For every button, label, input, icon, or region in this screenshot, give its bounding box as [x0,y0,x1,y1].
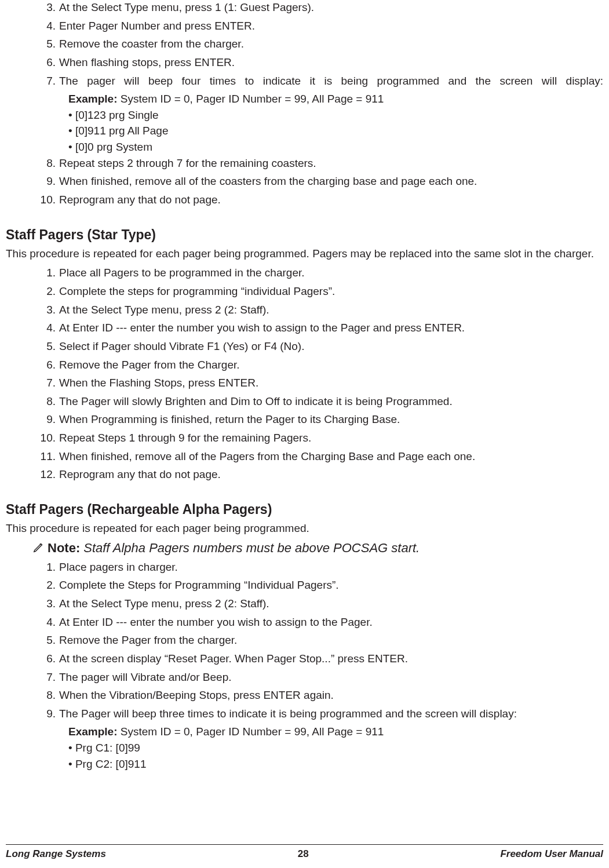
bullet-item: • [0]123 prg Single [68,108,603,123]
step-text: Repeat Steps 1 through 9 for the remaini… [59,431,603,446]
list-item: 9. The Pager will beep three times to in… [6,706,603,721]
step-text: Repeat steps 2 through 7 for the remaini… [59,156,603,171]
footer-page-number: 28 [298,848,309,860]
list-item: 7.When the Flashing Stops, press ENTER. [6,375,603,391]
example-line: Example: System ID = 0, Pager ID Number … [68,724,603,739]
bullet-item: • Prg C2: [0]911 [68,757,603,772]
step-text: Reprogram any that do not page. [59,467,603,482]
step-number: 4. [6,320,59,335]
list-item: 11.When finished, remove all of the Page… [6,449,603,464]
star-pagers-steps: 1.Place all Pagers to be programmed in t… [6,265,603,482]
pencil-icon [32,541,48,556]
section-intro: This procedure is repeated for each page… [6,521,603,536]
note-block: Note: Staff Alpha Pagers numbers must be… [32,541,603,556]
example-text: System ID = 0, Pager ID Number = 99, All… [117,725,384,738]
bullet-item: • [0]0 prg System [68,140,603,155]
step-text: Place all Pagers to be programmed in the… [59,265,603,280]
step-number: 5. [6,37,59,52]
alpha-pagers-steps: 1.Place pagers in charger. 2.Complete th… [6,560,603,772]
list-item: 3.At the Select Type menu, press 2 (2: S… [6,596,603,611]
step-number: 11. [6,449,59,464]
section-heading-star: Staff Pagers (Star Type) [6,227,603,243]
list-item: 10.Repeat Steps 1 through 9 for the rema… [6,431,603,446]
step-text: At the Select Type menu, press 2 (2: Sta… [59,302,603,318]
step-text: The Pager will beep three times to indic… [59,706,603,721]
list-item: 8.When the Vibration/Beeping Stops, pres… [6,688,603,703]
step-number: 3. [6,302,59,318]
step-text: At the Select Type menu, press 2 (2: Sta… [59,596,603,611]
list-item: 4. Enter Pager Number and press ENTER. [6,19,603,34]
section-intro: This procedure is repeated for each page… [6,246,603,261]
step-number: 9. [6,174,59,189]
step-text: Select if Pager should Vibrate F1 (Yes) … [59,339,603,354]
page-footer: Long Range Systems 28 Freedom User Manua… [6,844,603,860]
step-number: 3. [6,596,59,611]
bullet-item: • [0]911 prg All Page [68,123,603,138]
step-number: 1. [6,560,59,575]
list-item: 2.Complete the steps for programming “in… [6,284,603,299]
step-text: At Enter ID --- enter the number you wis… [59,615,603,630]
step-text: The Pager will slowly Brighten and Dim t… [59,394,603,409]
list-item: 1.Place pagers in charger. [6,560,603,575]
list-item: 10. Reprogram any that do not page. [6,192,603,207]
step-text: At the screen display “Reset Pager. When… [59,651,603,666]
step-number: 10. [6,431,59,446]
example-label: Example: [68,725,117,738]
step-number: 8. [6,688,59,703]
example-line: Example: System ID = 0, Pager ID Number … [68,92,603,107]
bullet-item: • Prg C1: [0]99 [68,741,603,756]
step-number: 4. [6,615,59,630]
step-number: 2. [6,578,59,593]
step-number: 8. [6,156,59,171]
footer-left: Long Range Systems [6,848,106,860]
note-label: Note: [48,541,80,556]
list-item: 9.When Programming is finished, return t… [6,412,603,427]
step-text: At Enter ID --- enter the number you wis… [59,320,603,335]
step-number: 2. [6,284,59,299]
footer-right: Freedom User Manual [500,848,603,860]
step-number: 9. [6,706,59,721]
step-text: Remove the Pager from the Charger. [59,358,603,373]
list-item: 7.The pager will Vibrate and/or Beep. [6,670,603,685]
example-label: Example: [68,93,117,105]
step-text: Remove the coaster from the charger. [59,37,603,52]
step-text: When finished, remove all of the Pagers … [59,449,603,464]
step-number: 6. [6,358,59,373]
step-number: 7. [6,74,59,89]
step-number: 9. [6,412,59,427]
step-number: 6. [6,651,59,666]
step-text: Enter Pager Number and press ENTER. [59,19,603,34]
step-text: Place pagers in charger. [59,560,603,575]
step-text: When flashing stops, press ENTER. [59,55,603,70]
list-item: 4.At Enter ID --- enter the number you w… [6,615,603,630]
list-item: 3. At the Select Type menu, press 1 (1: … [6,0,603,15]
step-text: The pager will beep four times to indica… [59,74,603,89]
step-number: 6. [6,55,59,70]
list-item: 5.Remove the Pager from the charger. [6,633,603,648]
step-number: 7. [6,375,59,391]
step-text: The pager will Vibrate and/or Beep. [59,670,603,685]
list-item: 5. Remove the coaster from the charger. [6,37,603,52]
step-text: Complete the steps for programming “indi… [59,284,603,299]
section-heading-alpha: Staff Pagers (Rechargeable Alpha Pagers) [6,502,603,517]
step-number: 5. [6,339,59,354]
list-item: 2.Complete the Steps for Programming “In… [6,578,603,593]
list-item: 6.At the screen display “Reset Pager. Wh… [6,651,603,666]
step-text: When the Flashing Stops, press ENTER. [59,375,603,391]
list-item: 3.At the Select Type menu, press 2 (2: S… [6,302,603,318]
step-text: At the Select Type menu, press 1 (1: Gue… [59,0,603,15]
list-item: 5.Select if Pager should Vibrate F1 (Yes… [6,339,603,354]
step-text: When the Vibration/Beeping Stops, press … [59,688,603,703]
step-number: 4. [6,19,59,34]
step-number: 8. [6,394,59,409]
list-item: 6. When flashing stops, press ENTER. [6,55,603,70]
list-item: 9. When finished, remove all of the coas… [6,174,603,189]
list-item: 4.At Enter ID --- enter the number you w… [6,320,603,335]
step-text: Reprogram any that do not page. [59,192,603,207]
list-item: 1.Place all Pagers to be programmed in t… [6,265,603,280]
step-number: 3. [6,0,59,15]
step-number: 10. [6,192,59,207]
step-number: 7. [6,670,59,685]
step-text: Remove the Pager from the charger. [59,633,603,648]
list-item: 6.Remove the Pager from the Charger. [6,358,603,373]
